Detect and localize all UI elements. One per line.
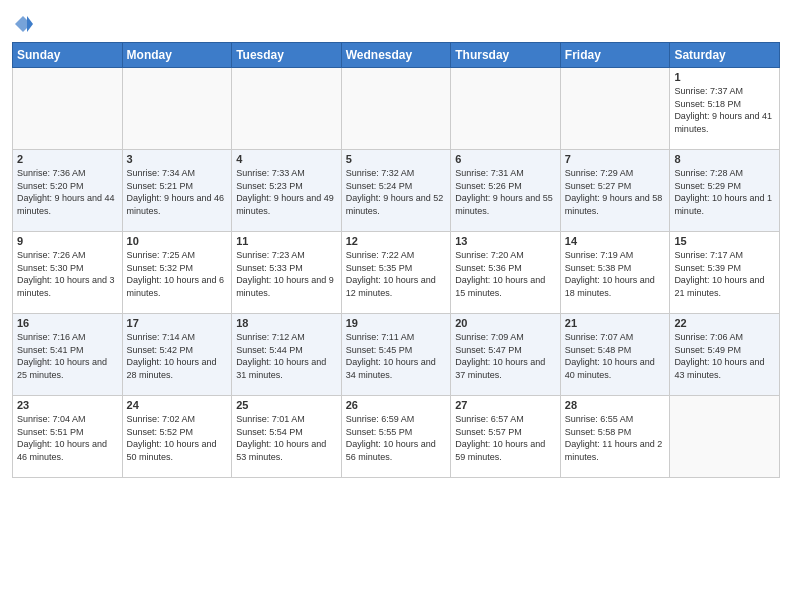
day-info: Sunrise: 6:55 AM Sunset: 5:58 PM Dayligh… xyxy=(565,413,666,463)
day-info: Sunrise: 7:16 AM Sunset: 5:41 PM Dayligh… xyxy=(17,331,118,381)
day-number: 27 xyxy=(455,399,556,411)
calendar-cell: 23Sunrise: 7:04 AM Sunset: 5:51 PM Dayli… xyxy=(13,396,123,478)
day-info: Sunrise: 7:31 AM Sunset: 5:26 PM Dayligh… xyxy=(455,167,556,217)
day-number: 20 xyxy=(455,317,556,329)
day-info: Sunrise: 7:23 AM Sunset: 5:33 PM Dayligh… xyxy=(236,249,337,299)
calendar-cell: 13Sunrise: 7:20 AM Sunset: 5:36 PM Dayli… xyxy=(451,232,561,314)
calendar-header-row: SundayMondayTuesdayWednesdayThursdayFrid… xyxy=(13,43,780,68)
calendar-cell: 3Sunrise: 7:34 AM Sunset: 5:21 PM Daylig… xyxy=(122,150,232,232)
day-info: Sunrise: 7:33 AM Sunset: 5:23 PM Dayligh… xyxy=(236,167,337,217)
day-number: 15 xyxy=(674,235,775,247)
calendar-cell xyxy=(13,68,123,150)
day-info: Sunrise: 7:34 AM Sunset: 5:21 PM Dayligh… xyxy=(127,167,228,217)
day-info: Sunrise: 7:19 AM Sunset: 5:38 PM Dayligh… xyxy=(565,249,666,299)
calendar-cell: 5Sunrise: 7:32 AM Sunset: 5:24 PM Daylig… xyxy=(341,150,451,232)
day-info: Sunrise: 7:14 AM Sunset: 5:42 PM Dayligh… xyxy=(127,331,228,381)
day-number: 1 xyxy=(674,71,775,83)
day-info: Sunrise: 7:04 AM Sunset: 5:51 PM Dayligh… xyxy=(17,413,118,463)
calendar-cell xyxy=(670,396,780,478)
calendar-week-3: 9Sunrise: 7:26 AM Sunset: 5:30 PM Daylig… xyxy=(13,232,780,314)
day-number: 25 xyxy=(236,399,337,411)
day-number: 21 xyxy=(565,317,666,329)
calendar-cell: 12Sunrise: 7:22 AM Sunset: 5:35 PM Dayli… xyxy=(341,232,451,314)
calendar-cell: 6Sunrise: 7:31 AM Sunset: 5:26 PM Daylig… xyxy=(451,150,561,232)
calendar-cell: 8Sunrise: 7:28 AM Sunset: 5:29 PM Daylig… xyxy=(670,150,780,232)
day-info: Sunrise: 7:26 AM Sunset: 5:30 PM Dayligh… xyxy=(17,249,118,299)
day-info: Sunrise: 7:36 AM Sunset: 5:20 PM Dayligh… xyxy=(17,167,118,217)
weekday-header-tuesday: Tuesday xyxy=(232,43,342,68)
calendar-cell xyxy=(232,68,342,150)
day-number: 22 xyxy=(674,317,775,329)
day-number: 24 xyxy=(127,399,228,411)
calendar-cell: 10Sunrise: 7:25 AM Sunset: 5:32 PM Dayli… xyxy=(122,232,232,314)
calendar-cell: 25Sunrise: 7:01 AM Sunset: 5:54 PM Dayli… xyxy=(232,396,342,478)
day-info: Sunrise: 7:01 AM Sunset: 5:54 PM Dayligh… xyxy=(236,413,337,463)
calendar-cell: 1Sunrise: 7:37 AM Sunset: 5:18 PM Daylig… xyxy=(670,68,780,150)
calendar-cell: 9Sunrise: 7:26 AM Sunset: 5:30 PM Daylig… xyxy=(13,232,123,314)
day-number: 16 xyxy=(17,317,118,329)
weekday-header-monday: Monday xyxy=(122,43,232,68)
calendar-cell xyxy=(451,68,561,150)
logo-icon xyxy=(13,14,33,34)
day-info: Sunrise: 7:11 AM Sunset: 5:45 PM Dayligh… xyxy=(346,331,447,381)
day-number: 19 xyxy=(346,317,447,329)
day-number: 26 xyxy=(346,399,447,411)
day-info: Sunrise: 7:37 AM Sunset: 5:18 PM Dayligh… xyxy=(674,85,775,135)
day-number: 9 xyxy=(17,235,118,247)
logo xyxy=(12,14,33,36)
day-number: 8 xyxy=(674,153,775,165)
day-number: 28 xyxy=(565,399,666,411)
day-number: 23 xyxy=(17,399,118,411)
day-info: Sunrise: 7:07 AM Sunset: 5:48 PM Dayligh… xyxy=(565,331,666,381)
day-info: Sunrise: 7:02 AM Sunset: 5:52 PM Dayligh… xyxy=(127,413,228,463)
day-info: Sunrise: 7:32 AM Sunset: 5:24 PM Dayligh… xyxy=(346,167,447,217)
page-container: SundayMondayTuesdayWednesdayThursdayFrid… xyxy=(0,0,792,488)
calendar-cell: 4Sunrise: 7:33 AM Sunset: 5:23 PM Daylig… xyxy=(232,150,342,232)
calendar-cell: 22Sunrise: 7:06 AM Sunset: 5:49 PM Dayli… xyxy=(670,314,780,396)
weekday-header-wednesday: Wednesday xyxy=(341,43,451,68)
calendar-week-1: 1Sunrise: 7:37 AM Sunset: 5:18 PM Daylig… xyxy=(13,68,780,150)
weekday-header-sunday: Sunday xyxy=(13,43,123,68)
calendar-week-4: 16Sunrise: 7:16 AM Sunset: 5:41 PM Dayli… xyxy=(13,314,780,396)
day-number: 11 xyxy=(236,235,337,247)
calendar-cell: 16Sunrise: 7:16 AM Sunset: 5:41 PM Dayli… xyxy=(13,314,123,396)
day-number: 5 xyxy=(346,153,447,165)
day-number: 4 xyxy=(236,153,337,165)
day-info: Sunrise: 7:29 AM Sunset: 5:27 PM Dayligh… xyxy=(565,167,666,217)
calendar-cell xyxy=(560,68,670,150)
calendar-cell: 24Sunrise: 7:02 AM Sunset: 5:52 PM Dayli… xyxy=(122,396,232,478)
day-info: Sunrise: 6:59 AM Sunset: 5:55 PM Dayligh… xyxy=(346,413,447,463)
day-number: 13 xyxy=(455,235,556,247)
day-number: 7 xyxy=(565,153,666,165)
day-info: Sunrise: 7:25 AM Sunset: 5:32 PM Dayligh… xyxy=(127,249,228,299)
calendar-cell: 2Sunrise: 7:36 AM Sunset: 5:20 PM Daylig… xyxy=(13,150,123,232)
day-number: 3 xyxy=(127,153,228,165)
day-number: 12 xyxy=(346,235,447,247)
weekday-header-friday: Friday xyxy=(560,43,670,68)
day-number: 6 xyxy=(455,153,556,165)
calendar-cell xyxy=(341,68,451,150)
header-area xyxy=(12,10,780,36)
calendar-cell: 21Sunrise: 7:07 AM Sunset: 5:48 PM Dayli… xyxy=(560,314,670,396)
day-info: Sunrise: 7:20 AM Sunset: 5:36 PM Dayligh… xyxy=(455,249,556,299)
calendar-week-2: 2Sunrise: 7:36 AM Sunset: 5:20 PM Daylig… xyxy=(13,150,780,232)
calendar-cell: 27Sunrise: 6:57 AM Sunset: 5:57 PM Dayli… xyxy=(451,396,561,478)
calendar-cell: 26Sunrise: 6:59 AM Sunset: 5:55 PM Dayli… xyxy=(341,396,451,478)
calendar-cell: 7Sunrise: 7:29 AM Sunset: 5:27 PM Daylig… xyxy=(560,150,670,232)
weekday-header-thursday: Thursday xyxy=(451,43,561,68)
calendar-table: SundayMondayTuesdayWednesdayThursdayFrid… xyxy=(12,42,780,478)
weekday-header-saturday: Saturday xyxy=(670,43,780,68)
calendar-week-5: 23Sunrise: 7:04 AM Sunset: 5:51 PM Dayli… xyxy=(13,396,780,478)
day-number: 10 xyxy=(127,235,228,247)
calendar-cell: 17Sunrise: 7:14 AM Sunset: 5:42 PM Dayli… xyxy=(122,314,232,396)
day-number: 14 xyxy=(565,235,666,247)
day-info: Sunrise: 7:09 AM Sunset: 5:47 PM Dayligh… xyxy=(455,331,556,381)
day-info: Sunrise: 7:22 AM Sunset: 5:35 PM Dayligh… xyxy=(346,249,447,299)
day-info: Sunrise: 7:12 AM Sunset: 5:44 PM Dayligh… xyxy=(236,331,337,381)
calendar-cell: 18Sunrise: 7:12 AM Sunset: 5:44 PM Dayli… xyxy=(232,314,342,396)
day-number: 17 xyxy=(127,317,228,329)
day-info: Sunrise: 7:28 AM Sunset: 5:29 PM Dayligh… xyxy=(674,167,775,217)
calendar-cell: 11Sunrise: 7:23 AM Sunset: 5:33 PM Dayli… xyxy=(232,232,342,314)
day-number: 18 xyxy=(236,317,337,329)
calendar-cell: 28Sunrise: 6:55 AM Sunset: 5:58 PM Dayli… xyxy=(560,396,670,478)
